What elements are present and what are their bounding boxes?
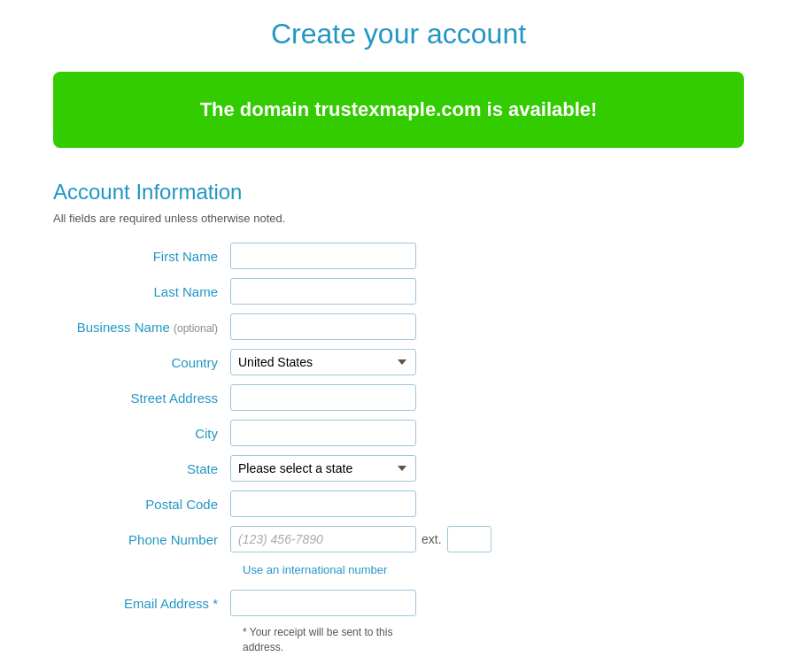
city-row: City xyxy=(53,420,744,446)
email-helper: * Your receipt will be sent to this addr… xyxy=(230,625,425,655)
phone-ext-input[interactable] xyxy=(447,526,491,552)
email-row: Email Address * xyxy=(53,590,744,616)
state-label: State xyxy=(53,461,230,476)
phone-number-label: Phone Number xyxy=(53,532,230,547)
optional-text: (optional) xyxy=(174,322,218,335)
domain-banner-text: The domain trustexmaple.com is available… xyxy=(200,98,598,120)
international-number-helper: Use an international number xyxy=(230,561,744,577)
phone-number-row: Phone Number ext. xyxy=(53,526,744,552)
domain-availability-banner: The domain trustexmaple.com is available… xyxy=(53,72,744,148)
street-address-label: Street Address xyxy=(53,390,230,406)
postal-code-row: Postal Code xyxy=(53,490,744,517)
first-name-row: First Name xyxy=(53,243,744,269)
section-title: Account Information xyxy=(53,180,744,205)
page-title: Create your account xyxy=(53,18,744,50)
last-name-row: Last Name xyxy=(53,278,744,305)
email-input[interactable] xyxy=(230,590,416,616)
postal-code-input[interactable] xyxy=(230,490,416,517)
country-label: Country xyxy=(53,355,230,370)
last-name-label: Last Name xyxy=(53,284,230,299)
business-name-row: Business Name (optional) xyxy=(53,313,744,340)
phone-number-input[interactable] xyxy=(230,526,416,552)
street-address-input[interactable] xyxy=(230,384,416,411)
first-name-label: First Name xyxy=(53,249,230,264)
international-number-link[interactable]: Use an international number xyxy=(243,563,387,576)
state-select[interactable]: Please select a state Alabama Alaska Ari… xyxy=(230,455,416,482)
business-name-label: Business Name (optional) xyxy=(53,320,230,335)
business-name-input[interactable] xyxy=(230,313,416,340)
phone-input-group: ext. xyxy=(230,526,491,552)
city-label: City xyxy=(53,426,230,441)
city-input[interactable] xyxy=(230,420,416,446)
country-select[interactable]: United States Canada United Kingdom Aust… xyxy=(230,349,416,375)
email-label: Email Address * xyxy=(53,596,230,611)
postal-code-label: Postal Code xyxy=(53,497,230,512)
last-name-input[interactable] xyxy=(230,278,416,305)
country-row: Country United States Canada United King… xyxy=(53,349,744,375)
street-address-row: Street Address xyxy=(53,384,744,411)
first-name-input[interactable] xyxy=(230,243,416,269)
state-row: State Please select a state Alabama Alas… xyxy=(53,455,744,482)
required-note: All fields are required unless otherwise… xyxy=(53,212,744,225)
ext-label: ext. xyxy=(422,532,442,546)
